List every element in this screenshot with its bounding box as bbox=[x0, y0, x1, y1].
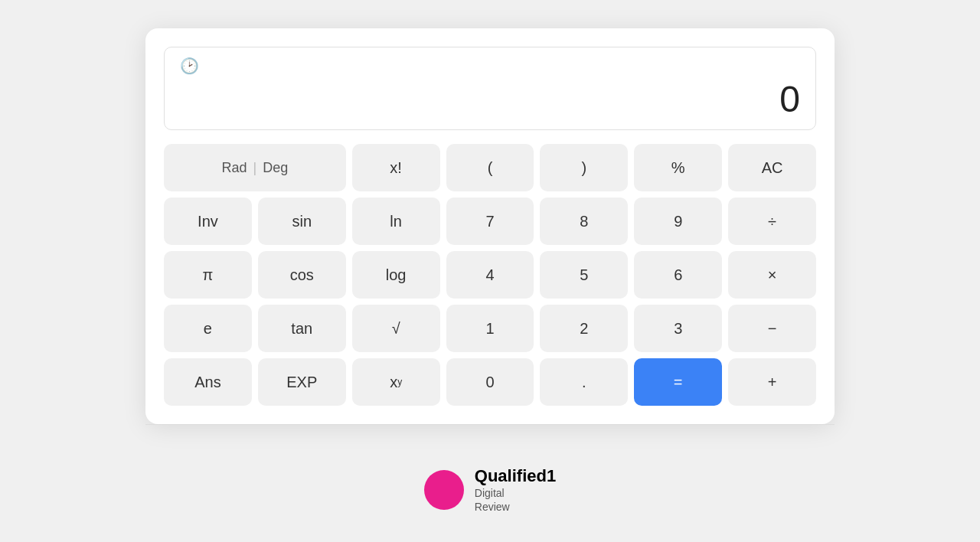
history-icon[interactable]: 🕑 bbox=[180, 57, 800, 75]
tan-button[interactable]: tan bbox=[258, 305, 346, 352]
watermark-section: Qualified1 Digital Review bbox=[145, 424, 835, 514]
close-paren-button[interactable]: ) bbox=[540, 144, 628, 191]
calculator: 🕑 0 Rad | Deg x! ( ) % AC Inv sin ln 7 8… bbox=[145, 28, 835, 424]
7-button[interactable]: 7 bbox=[446, 198, 534, 245]
divide-button[interactable]: ÷ bbox=[728, 198, 816, 245]
add-button[interactable]: + bbox=[728, 358, 816, 406]
watermark-logo bbox=[424, 470, 464, 510]
rad-deg-divider: | bbox=[253, 160, 257, 176]
factorial-button[interactable]: x! bbox=[352, 144, 440, 191]
sqrt-button[interactable]: √ bbox=[352, 305, 440, 352]
sin-button[interactable]: sin bbox=[258, 198, 346, 245]
multiply-button[interactable]: × bbox=[728, 251, 816, 299]
dot-button[interactable]: . bbox=[540, 358, 628, 406]
percent-button[interactable]: % bbox=[634, 144, 722, 191]
0-button[interactable]: 0 bbox=[446, 358, 534, 406]
ln-button[interactable]: ln bbox=[352, 198, 440, 245]
2-button[interactable]: 2 bbox=[540, 305, 628, 352]
deg-label: Deg bbox=[263, 160, 288, 176]
1-button[interactable]: 1 bbox=[446, 305, 534, 352]
pi-button[interactable]: π bbox=[164, 251, 252, 299]
rad-label: Rad bbox=[221, 160, 247, 176]
open-paren-button[interactable]: ( bbox=[446, 144, 534, 191]
watermark-text-block: Qualified1 Digital Review bbox=[475, 466, 556, 514]
4-button[interactable]: 4 bbox=[446, 251, 534, 299]
5-button[interactable]: 5 bbox=[540, 251, 628, 299]
cos-button[interactable]: cos bbox=[258, 251, 346, 299]
clear-button[interactable]: AC bbox=[728, 144, 816, 191]
8-button[interactable]: 8 bbox=[540, 198, 628, 245]
display-value: 0 bbox=[180, 75, 800, 120]
9-button[interactable]: 9 bbox=[634, 198, 722, 245]
euler-button[interactable]: e bbox=[164, 305, 252, 352]
watermark: Qualified1 Digital Review bbox=[424, 466, 556, 514]
rad-deg-toggle[interactable]: Rad | Deg bbox=[164, 144, 346, 191]
power-button[interactable]: xy bbox=[352, 358, 440, 406]
display-area: 🕑 0 bbox=[164, 47, 816, 130]
equals-button[interactable]: = bbox=[634, 358, 722, 406]
6-button[interactable]: 6 bbox=[634, 251, 722, 299]
watermark-subtitle: Digital Review bbox=[475, 486, 556, 514]
inv-button[interactable]: Inv bbox=[164, 198, 252, 245]
log-button[interactable]: log bbox=[352, 251, 440, 299]
subtract-button[interactable]: − bbox=[728, 305, 816, 352]
3-button[interactable]: 3 bbox=[634, 305, 722, 352]
exp-button[interactable]: EXP bbox=[258, 358, 346, 406]
watermark-title: Qualified1 bbox=[475, 466, 556, 486]
ans-button[interactable]: Ans bbox=[164, 358, 252, 406]
buttons-grid: Rad | Deg x! ( ) % AC Inv sin ln 7 8 9 ÷… bbox=[164, 144, 816, 406]
